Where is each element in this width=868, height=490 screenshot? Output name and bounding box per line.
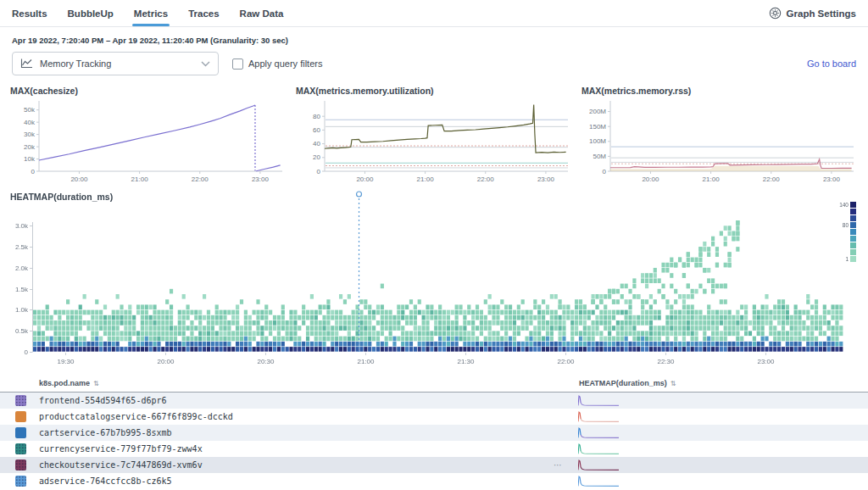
series-cachesize-tail [256, 165, 280, 171]
tab-bar: ResultsBubbleUpMetricsTracesRaw Data [12, 0, 303, 26]
gear-icon [769, 7, 782, 19]
y-axis-label: 40 [313, 140, 320, 148]
y-axis-label: 30k [24, 131, 36, 138]
pod-name: adservice-764ccfcc8b-cz6k5 [39, 473, 172, 489]
chart-title: MAX(metrics.memory.rss) [581, 86, 858, 96]
y-axis-label: 0 [317, 168, 321, 175]
legend-swatch [850, 202, 856, 208]
table-row[interactable]: adservice-764ccfcc8b-cz6k5 [0, 473, 868, 489]
checkbox-box [232, 58, 243, 70]
query-controls: Memory Tracking Apply query filters Go t… [0, 45, 868, 75]
series-color-swatch [15, 459, 26, 471]
y-axis-label: 10k [24, 155, 36, 163]
table-header-row: k8s.pod.name ⇅ HEATMAP(duration_ms) ⇅ [0, 376, 868, 393]
chart-title: MAX(cachesize) [10, 86, 287, 96]
y-axis-label: 150M [589, 123, 606, 131]
chevron-down-icon [201, 61, 210, 67]
tab-metrics[interactable]: Metrics [134, 0, 168, 26]
legend-swatch [850, 256, 856, 262]
tab-bubbleup[interactable]: BubbleUp [68, 0, 114, 26]
heatmap-canvas[interactable] [10, 188, 858, 368]
time-range-label: Apr 19 2022, 7:20:40 PM – Apr 19 2022, 1… [0, 27, 868, 45]
series-color-swatch [15, 411, 26, 422]
pod-name: checkoutservice-7c7447869d-xvm6v [39, 457, 203, 473]
sort-icon[interactable]: ⇅ [93, 380, 99, 387]
y-axis-label: 100M [589, 137, 606, 145]
legend-swatch [850, 215, 856, 221]
x-axis-label: 22:00 [763, 175, 781, 183]
apply-query-filters-checkbox[interactable]: Apply query filters [232, 58, 322, 70]
go-to-board-link[interactable]: Go to board [807, 58, 856, 69]
table-row[interactable]: frontend-554d594f65-d6pr6 [0, 393, 868, 409]
memory-rss-line-chart[interactable]: 050M100M150M200M20:0021:0022:0023:00 [581, 97, 858, 185]
y-axis-label: 60 [313, 126, 320, 134]
series-color-swatch [15, 427, 26, 438]
heatmap-section: HEATMAP(duration_ms) 140801 [10, 188, 858, 371]
pod-name: productcatalogservice-667f6f899c-dcckd [39, 409, 233, 425]
area-series [610, 166, 852, 171]
x-axis-label: 22:00 [477, 175, 495, 183]
pod-name: currencyservice-779f77bf79-zww4x [39, 441, 203, 457]
chart-max-memory-utilization: MAX(metrics.memory.utilization) 02040608… [296, 86, 572, 185]
column-header-heatmap-duration[interactable]: HEATMAP(duration_ms) ⇅ [579, 379, 676, 387]
x-axis-label: 23:00 [537, 175, 555, 183]
chart-title: MAX(metrics.memory.utilization) [296, 86, 572, 96]
legend-swatch [850, 209, 856, 214]
legend-label: 1 [837, 256, 849, 262]
sort-icon[interactable]: ⇅ [670, 380, 676, 387]
query-selector-value: Memory Tracking [40, 58, 111, 69]
table-body: frontend-554d594f65-d6pr6productcatalogs… [0, 393, 868, 489]
tab-results[interactable]: Results [12, 0, 47, 26]
legend-label: 140 [837, 202, 849, 208]
checkbox-label: Apply query filters [248, 58, 322, 69]
x-axis-label: 21:00 [703, 175, 721, 183]
x-axis-label: 20:00 [70, 175, 88, 183]
memory-utilization-line-chart[interactable]: 02040608020:0021:0022:0023:00 [296, 97, 572, 185]
y-axis-label: 50k [24, 106, 36, 114]
legend-label: 80 [837, 222, 849, 228]
chart-max-cachesize: MAX(cachesize) 010k20k30k40k50k20:0021:0… [10, 86, 287, 185]
y-axis-label: 20 [313, 153, 320, 161]
table-row[interactable]: checkoutservice-7c7447869d-xvm6v⋯ [0, 457, 868, 473]
series-color-swatch [15, 395, 26, 406]
graph-settings-label: Graph Settings [787, 8, 856, 19]
x-axis-label: 20:00 [642, 175, 659, 183]
x-axis-label: 22:00 [192, 175, 209, 183]
tab-raw-data[interactable]: Raw Data [240, 0, 284, 26]
y-axis-label: 0 [603, 168, 607, 175]
legend-swatch [850, 222, 856, 228]
x-axis-label: 23:00 [823, 175, 841, 183]
legend-swatch [850, 236, 856, 242]
heatmap-legend: 140801 [837, 202, 856, 263]
table-row[interactable]: productcatalogservice-667f6f899c-dcckd [0, 409, 868, 425]
x-axis-label: 21:00 [131, 175, 149, 183]
chart-max-memory-rss: MAX(metrics.memory.rss) 050M100M150M200M… [581, 86, 858, 185]
pod-name: frontend-554d594f65-d6pr6 [39, 393, 167, 409]
x-axis-label: 20:00 [356, 175, 374, 183]
legend-swatch [850, 229, 856, 235]
series-color-swatch [15, 476, 26, 487]
top-nav: ResultsBubbleUpMetricsTracesRaw Data Gra… [0, 0, 868, 27]
y-axis-label: 80 [313, 113, 320, 120]
query-selector[interactable]: Memory Tracking [12, 52, 219, 75]
line-chart-icon [20, 58, 33, 69]
row-actions-ellipsis-icon[interactable]: ⋯ [554, 457, 563, 473]
y-axis-label: 50M [593, 153, 606, 160]
series-cachesize [39, 105, 255, 160]
series-color-swatch [15, 443, 26, 454]
table-row[interactable]: currencyservice-779f77bf79-zww4x [0, 441, 868, 457]
small-charts-row: MAX(cachesize) 010k20k30k40k50k20:0021:0… [0, 75, 868, 185]
y-axis-label: 200M [589, 108, 606, 115]
table-row[interactable]: cartservice-67b7b995-8sxmb [0, 425, 868, 441]
y-axis-label: 0 [31, 168, 36, 175]
legend-swatch [850, 242, 856, 248]
pod-name: cartservice-67b7b995-8sxmb [39, 425, 172, 441]
legend-swatch [850, 249, 856, 255]
column-header-pod-name[interactable]: k8s.pod.name ⇅ [39, 379, 99, 387]
y-axis-label: 40k [24, 119, 36, 126]
heatmap-title: HEATMAP(duration_ms) [10, 192, 113, 202]
x-axis-label: 21:00 [417, 175, 435, 183]
tab-traces[interactable]: Traces [188, 0, 219, 26]
graph-settings-button[interactable]: Graph Settings [769, 0, 856, 26]
cachesize-line-chart[interactable]: 010k20k30k40k50k20:0021:0022:0023:00 [10, 97, 287, 185]
